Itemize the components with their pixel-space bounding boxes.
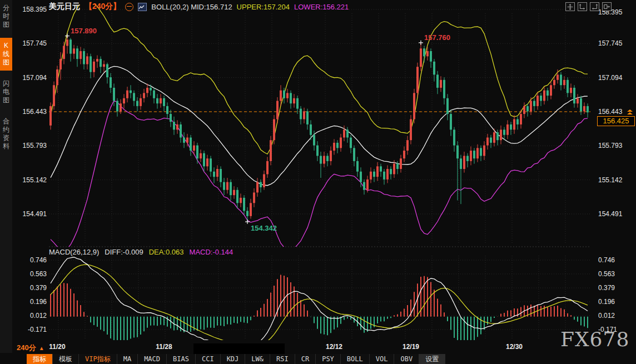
date-tick-12-30: 12/30 [506,343,523,351]
macd-histogram [51,275,588,350]
axis-tick-label: 155.142 [598,176,633,184]
window-toolbar-icons [565,2,612,11]
tab-kline-chart[interactable]: K线图 [0,38,12,71]
bottom-tab-rsi[interactable]: RSI [270,354,295,364]
axis-tick-label: 157.094 [12,74,47,82]
bottom-tab-lw[interactable]: LW& [245,354,270,364]
axis-tick-label: 0.563 [598,270,633,278]
axis-tick-label: 155.142 [12,176,47,184]
date-tick-11-20: 11/20 [49,343,65,351]
footer-period-label[interactable]: 240分▲ [17,343,44,353]
axis-tick-label: 0.196 [12,298,47,306]
axis-tick-label: 0.012 [12,312,47,320]
axis-tick-label: 154.491 [598,210,633,218]
price-annotations: 157.890157.760154.342 [65,27,450,232]
macd-title: MACD(26,12,9) [49,248,99,256]
axis-tick-label: 157.094 [598,74,633,82]
bottom-tab-cci[interactable]: CCI [196,354,221,364]
chart-header: 美元日元 【240分】 BOLL(20,2) MID:156.712 UPPER… [49,2,349,12]
gridlines [49,9,590,340]
date-tick-11-28: 11/28 [156,343,172,351]
watermark: FX678 [560,328,629,351]
up-triangle-icon: ▲ [39,345,44,351]
blackout-box [193,343,285,354]
date-tick-12-12: 12/12 [326,343,342,351]
axis-right-icon[interactable] [590,2,599,11]
period-label: 【240分】 [85,2,121,12]
price-and-macd-chart-canvas: 157.890157.760154.342 [0,0,636,364]
bottom-tab-indicators[interactable]: 指标 [27,354,53,364]
macd-dea-value: DEA:0.063 [149,248,184,256]
svg-text:154.342: 154.342 [251,224,277,232]
symbol-title: 美元日元 [49,2,80,12]
macd-header: MACD(26,12,9) DIFF:-0.009 DEA:0.063 MACD… [49,248,233,256]
axis-tick-label: 0.746 [12,256,47,264]
axis-tick-label: 158.395 [12,6,47,13]
bottom-tab-cr[interactable]: CR [295,354,316,364]
svg-text:157.890: 157.890 [71,27,97,35]
bottom-tab-vol[interactable]: VOL [370,354,395,364]
bottom-tab-obv[interactable]: OBV [394,354,419,364]
bottom-tab-vip-indicators[interactable]: VIP指标 [79,354,117,364]
bottom-tab-ma[interactable]: MA [117,354,138,364]
date-tick-12-19: 12/19 [403,343,419,351]
axis-tick-label: 157.745 [12,39,47,47]
axis-tick-label: -0.171 [12,326,47,333]
axis-tick-label: 0.196 [598,298,633,306]
bottom-toolbar: 指标模板VIP指标MAMACDBIASCCIKDJLW&RSICRPSYBOLL… [27,354,445,364]
bottom-tab-psy[interactable]: PSY [316,354,341,364]
move-icon[interactable] [565,2,575,11]
macd-diff-value: DIFF:-0.009 [105,248,143,256]
axis-tick-label: 155.793 [12,142,47,149]
axis-tick-label: 0.746 [598,256,633,264]
axis-left-icon[interactable] [578,2,587,11]
chart-application-window: 157.890157.760154.342 分时图K线图闪电图合约资料 美元日元… [0,0,636,364]
axis-tick-label: 157.745 [598,39,633,47]
bottom-tab-kdj[interactable]: KDJ [221,354,246,364]
axis-tick-label: 0.379 [598,284,633,292]
x-axis-row: 240分▲ 11/2011/2812/1212/1912/30 [0,341,636,353]
indicator-chart-icon[interactable] [138,3,147,11]
bottom-tab-boll[interactable]: BOLL [341,354,370,364]
tab-contract-info[interactable]: 合约资料 [0,113,12,154]
bottom-tab-templates[interactable]: 模板 [53,354,79,364]
axis-tick-label: 0.563 [12,270,47,278]
axis-tick-label: 0.379 [12,284,47,292]
boll-mid-value: BOLL(20,2) MID:156.712 [151,3,232,11]
macd-macd-value: MACD:-0.144 [190,248,233,256]
bottom-tab-settings[interactable]: 设置 [419,354,445,364]
axis-tick-label: 154.491 [12,210,47,218]
axis-tick-label: 0.012 [598,312,633,320]
axis-tick-label: 156.443 [12,108,47,116]
exit-icon[interactable] [602,2,612,11]
bottom-tab-macd[interactable]: MACD [138,354,167,364]
boll-lower-value: LOWER:156.221 [294,3,349,11]
svg-text:157.760: 157.760 [424,33,450,42]
tab-time-chart[interactable]: 分时图 [0,0,12,33]
axis-tick-label: 155.793 [598,142,633,149]
left-sidebar: 分时图K线图闪电图合约资料 [0,0,12,353]
boll-upper-value: UPPER:157.204 [237,3,290,11]
zoom-out-icon[interactable] [125,3,133,11]
bottom-tab-bias[interactable]: BIAS [167,354,196,364]
price-alert-icon[interactable] [627,108,633,118]
tab-lightning-chart[interactable]: 闪电图 [0,76,12,108]
